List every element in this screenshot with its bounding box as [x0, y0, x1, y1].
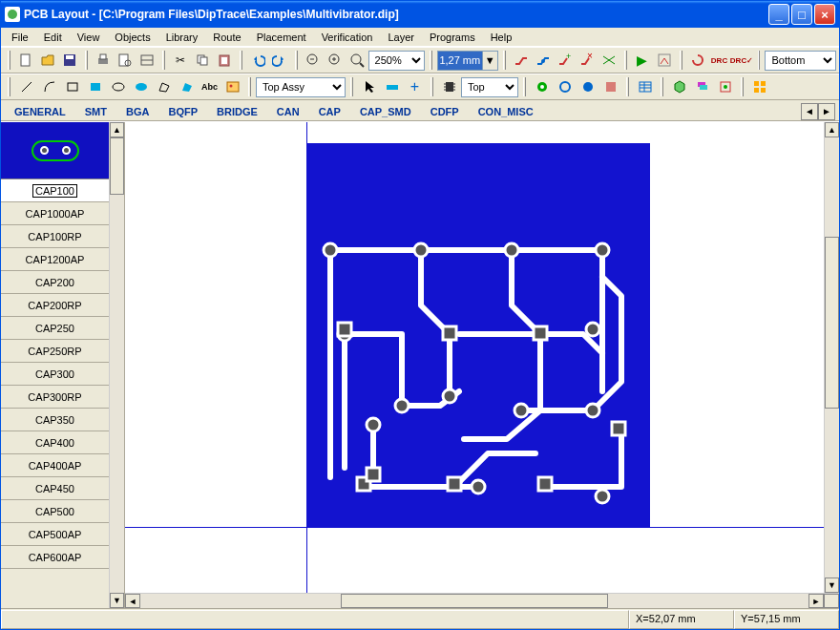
- scroll-down-icon[interactable]: ▼: [110, 593, 124, 608]
- tab-bridge[interactable]: BRIDGE: [207, 103, 267, 120]
- via-tool[interactable]: [554, 76, 576, 97]
- pcb-canvas[interactable]: [125, 122, 839, 593]
- list-item[interactable]: CAP1200AP: [1, 248, 109, 271]
- menu-verification[interactable]: Verification: [315, 30, 380, 44]
- image-tool[interactable]: [221, 76, 243, 97]
- menu-route[interactable]: Route: [206, 30, 247, 44]
- list-item[interactable]: CAP400AP: [1, 454, 109, 477]
- close-button[interactable]: ×: [814, 4, 835, 25]
- list-item[interactable]: CAP400: [1, 431, 109, 454]
- tab-bqfp[interactable]: BQFP: [158, 103, 207, 120]
- table-tool[interactable]: [634, 76, 656, 97]
- tab-cap[interactable]: CAP: [309, 103, 350, 120]
- toolbar-grip[interactable]: [661, 77, 663, 96]
- list-item[interactable]: CAP450: [1, 477, 109, 500]
- scroll-up-icon[interactable]: ▲: [825, 122, 839, 137]
- menu-objects[interactable]: Objects: [108, 30, 157, 44]
- ratsnest-button[interactable]: [598, 50, 620, 71]
- fpoly-tool[interactable]: [176, 76, 198, 97]
- undo-button[interactable]: [247, 50, 268, 71]
- titleblock-button[interactable]: [136, 50, 158, 71]
- menu-view[interactable]: View: [71, 30, 107, 44]
- hole-tool[interactable]: [577, 76, 598, 97]
- tab-cdfp[interactable]: CDFP: [421, 103, 469, 120]
- renew-button[interactable]: [687, 50, 708, 71]
- frect-tool[interactable]: [84, 76, 106, 97]
- list-item[interactable]: CAP300: [1, 363, 109, 386]
- scroll-up-icon[interactable]: ▲: [110, 122, 124, 137]
- zoom-out-button[interactable]: [303, 50, 324, 71]
- menu-programs[interactable]: Programs: [423, 30, 482, 44]
- list-item[interactable]: CAP600AP: [1, 546, 109, 569]
- copy-button[interactable]: [192, 50, 213, 71]
- print-button[interactable]: [93, 50, 114, 71]
- rect-tool[interactable]: [61, 76, 83, 97]
- list-item[interactable]: CAP500: [1, 500, 109, 523]
- route-add-button[interactable]: +: [555, 50, 576, 71]
- canvas-hscrollbar[interactable]: ◄ ►: [125, 593, 839, 608]
- scroll-right-icon[interactable]: ►: [808, 594, 824, 608]
- list-item[interactable]: CAP250RP: [1, 340, 109, 363]
- tab-smt[interactable]: SMT: [75, 103, 116, 120]
- autoroute-button[interactable]: [654, 50, 675, 71]
- tab-cap-smd[interactable]: CAP_SMD: [350, 103, 421, 120]
- tab-can[interactable]: CAN: [267, 103, 309, 120]
- text-tool[interactable]: Abc: [199, 76, 220, 97]
- redo-button[interactable]: [269, 50, 290, 71]
- sidebar-scrollbar[interactable]: ▲ ▼: [109, 122, 124, 608]
- zoom-in-button[interactable]: [325, 50, 346, 71]
- design-manager-button[interactable]: [714, 76, 736, 97]
- route-del-button[interactable]: ×: [577, 50, 598, 71]
- poly-tool[interactable]: [153, 76, 175, 97]
- toolbar-grip[interactable]: [523, 77, 526, 96]
- list-item[interactable]: CAP1000AP: [1, 202, 109, 225]
- zoom-window-button[interactable]: [346, 50, 368, 71]
- list-item[interactable]: CAP250: [1, 317, 109, 340]
- save-button[interactable]: [59, 50, 80, 71]
- paste-button[interactable]: [214, 50, 235, 71]
- menu-edit[interactable]: Edit: [37, 30, 69, 44]
- tab-general[interactable]: GENERAL: [5, 103, 75, 120]
- toolbar-grip[interactable]: [430, 77, 433, 96]
- list-item[interactable]: CAP300RP: [1, 386, 109, 409]
- toolbar-grip[interactable]: [8, 77, 10, 96]
- component-tool[interactable]: [438, 76, 460, 97]
- toolbar-grip[interactable]: [8, 51, 10, 70]
- pad-tool[interactable]: [531, 76, 553, 97]
- menu-help[interactable]: Help: [484, 30, 519, 44]
- toolbar-grip[interactable]: [741, 77, 744, 96]
- layers-button[interactable]: [691, 76, 713, 97]
- grid-input[interactable]: 1,27 mm: [438, 52, 482, 70]
- menu-layer[interactable]: Layer: [381, 30, 421, 44]
- menu-file[interactable]: File: [5, 30, 35, 44]
- scroll-left-icon[interactable]: ◄: [125, 594, 140, 608]
- list-item[interactable]: CAP500AP: [1, 523, 109, 546]
- list-item[interactable]: CAP200: [1, 271, 109, 294]
- menu-library[interactable]: Library: [159, 30, 205, 44]
- tab-scroll-left[interactable]: ◄: [801, 103, 818, 120]
- tab-con-misc[interactable]: CON_MISC: [469, 103, 543, 120]
- toolbar-grip[interactable]: [162, 51, 165, 70]
- route-edit-button[interactable]: [533, 50, 554, 71]
- panelize-button[interactable]: [748, 76, 770, 97]
- menu-placement[interactable]: Placement: [250, 30, 313, 44]
- canvas-vscrollbar[interactable]: ▲ ▼: [824, 122, 839, 593]
- cut-button[interactable]: ✂: [170, 50, 191, 71]
- fellipse-tool[interactable]: [130, 76, 152, 97]
- tab-bga[interactable]: BGA: [116, 103, 158, 120]
- toolbar-grip[interactable]: [295, 51, 298, 70]
- list-item[interactable]: CAP100RP: [1, 225, 109, 248]
- zoom-select[interactable]: 250%: [368, 51, 425, 71]
- new-button[interactable]: [15, 50, 36, 71]
- scroll-thumb[interactable]: [110, 137, 124, 195]
- toolbar-grip[interactable]: [350, 77, 353, 96]
- maximize-button[interactable]: □: [791, 4, 812, 25]
- toolbar-grip[interactable]: [624, 51, 627, 70]
- layer-select[interactable]: Bottom: [765, 51, 836, 71]
- pointer-tool[interactable]: [358, 76, 380, 97]
- run-button[interactable]: ▶: [632, 50, 653, 71]
- 3d-button[interactable]: [668, 76, 690, 97]
- drc-button[interactable]: DRC: [709, 50, 730, 71]
- origin-tool[interactable]: +: [404, 76, 426, 97]
- minimize-button[interactable]: _: [768, 4, 789, 25]
